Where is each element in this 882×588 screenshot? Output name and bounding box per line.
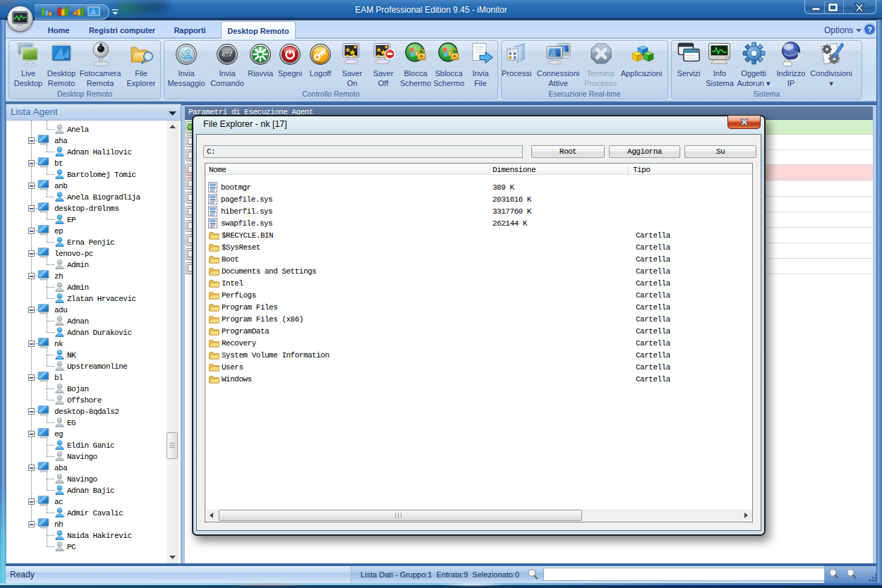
svg-text:?: ? — [867, 25, 872, 34]
